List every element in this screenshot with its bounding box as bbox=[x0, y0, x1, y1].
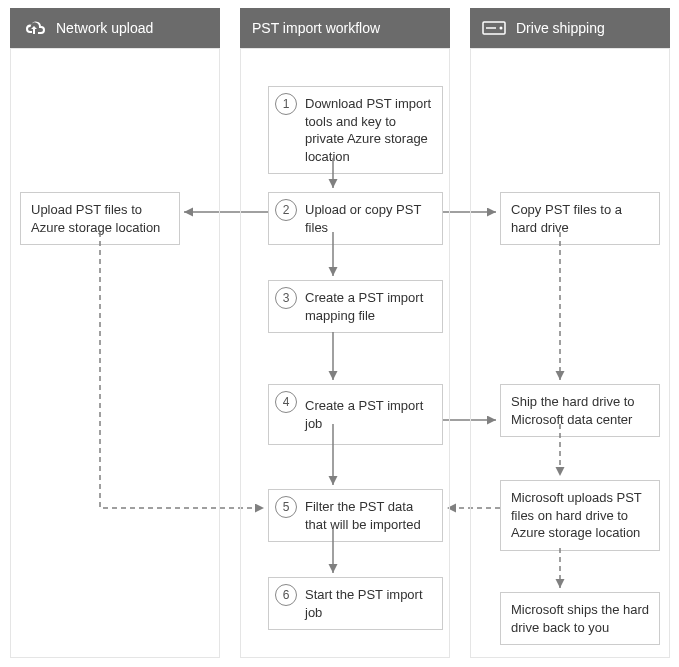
column-outline-left bbox=[10, 48, 220, 658]
column-outline-right bbox=[470, 48, 670, 658]
column-outline-center bbox=[240, 48, 450, 658]
